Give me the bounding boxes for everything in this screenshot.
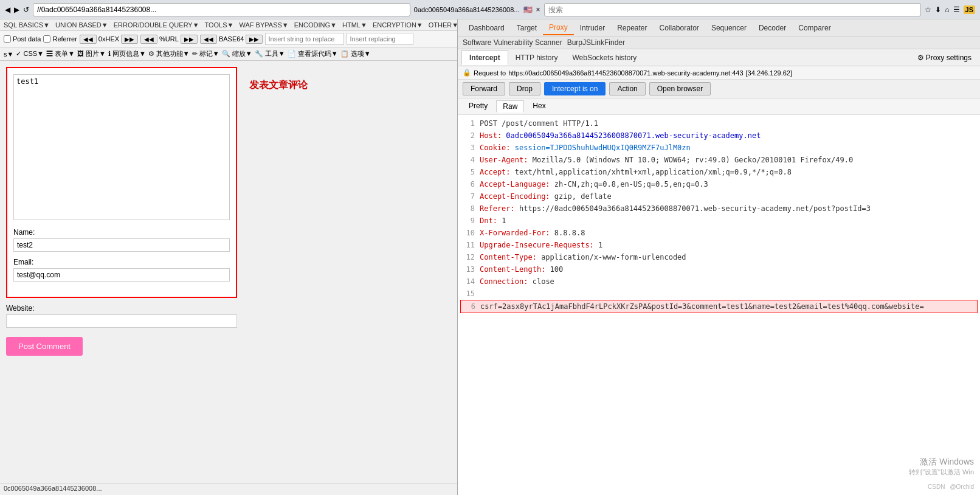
download-icon[interactable]: ⬇ [935, 5, 941, 14]
post-comment-btn[interactable]: Post Comment [6, 337, 83, 356]
url-decode-btn[interactable]: ▶▶ [181, 35, 198, 44]
reload-btn[interactable]: ↺ [23, 5, 29, 14]
tab-pretty[interactable]: Pretty [463, 100, 494, 112]
other-btn[interactable]: OTHER▼ [429, 21, 457, 29]
open-browser-btn[interactable]: Open browser [649, 82, 711, 95]
image-btn[interactable]: 🖼 图片▼ [77, 49, 106, 58]
post-data-checkbox[interactable] [4, 35, 11, 43]
nav-proxy[interactable]: Proxy [543, 21, 574, 35]
encoding-btn[interactable]: ENCODING▼ [294, 21, 337, 29]
star-icon[interactable]: ☆ [925, 5, 931, 14]
nav-repeater[interactable]: Repeater [611, 21, 653, 35]
windows-watermark-line1: 激活 Windows [909, 457, 974, 468]
css-btn[interactable]: ✓ CSS▼ [16, 50, 44, 58]
subtab-websockets[interactable]: WebSockets history [565, 51, 644, 64]
nav-dashboard[interactable]: Dashboard [463, 21, 511, 35]
action-btn[interactable]: Action [609, 82, 645, 95]
source-btn[interactable]: 📄 查看源代码▼ [288, 49, 338, 58]
mark-btn[interactable]: ✏ 标记▼ [192, 49, 219, 58]
req-line-10: 10 X-Forwarded-For: 8.8.8.8 [460, 227, 978, 239]
base64-label: BASE64 [219, 35, 244, 43]
back-btn[interactable]: ◀ [5, 5, 10, 14]
burp-subtabs: Intercept HTTP history WebSockets histor… [458, 49, 980, 66]
req-line-8: 8 Referer: https://0adc0065049a366a81445… [460, 202, 978, 215]
comment-textarea[interactable]: test1 [13, 74, 230, 220]
proxy-settings-btn[interactable]: ⚙ Proxy settings [913, 52, 976, 64]
request-body[interactable]: 1 POST /post/comment HTTP/1.1 2 Host: 0a… [458, 115, 980, 495]
req-line-7: 7 Accept-Encoding: gzip, deflate [460, 190, 978, 202]
email-label: Email: [13, 258, 230, 266]
union-based-btn[interactable]: UNION BASED▼ [55, 21, 108, 29]
html-btn[interactable]: HTML▼ [342, 21, 367, 29]
gear-icon: ⚙ [917, 54, 924, 62]
burp-nav: Dashboard Target Proxy Intruder Repeater… [458, 19, 980, 36]
burp-actions: Forward Drop Intercept is on Action Open… [458, 80, 980, 99]
main-container: SQL BASICS▼ UNION BASED▼ ERROR/DOUBLE QU… [0, 19, 980, 495]
tab-title: 0adc0065049a366a81445236008... [414, 6, 520, 13]
nav-collaborator[interactable]: Collaborator [654, 21, 705, 35]
link-finder-link[interactable]: BurpJSLinkFinder [567, 38, 625, 47]
hex-encode-btn[interactable]: ◀◀ [80, 35, 97, 44]
waf-bypass-btn[interactable]: WAF BYPASS▼ [240, 21, 289, 29]
options-btn[interactable]: 📋 选项▼ [340, 49, 371, 58]
home-icon[interactable]: ⌂ [945, 5, 949, 14]
publish-text-area: 发表文章评论 [249, 67, 308, 477]
req-line-5: 5 Accept: text/html,application/xhtml+xm… [460, 166, 978, 178]
hex-label: 0xHEX [98, 35, 119, 43]
forward-btn[interactable]: Forward [463, 82, 505, 95]
tab-raw[interactable]: Raw [496, 100, 524, 112]
website-input[interactable] [6, 314, 237, 328]
request-info: 🔒 Request to https://0adc0065049a366a814… [458, 66, 980, 80]
form-btn[interactable]: ☰ 表单▼ [46, 49, 75, 58]
url-label: %URL [159, 35, 179, 43]
referrer-checkbox[interactable] [43, 35, 50, 43]
comment-form: test1 Name: Email: [6, 67, 237, 298]
sql-basics-btn[interactable]: SQL BASICS▼ [4, 21, 50, 29]
name-input[interactable] [13, 238, 230, 252]
publish-text: 发表文章评论 [249, 79, 308, 92]
insert-replacing-input[interactable] [347, 33, 413, 45]
name-label: Name: [13, 228, 230, 237]
nav-sequencer[interactable]: Sequencer [705, 21, 753, 35]
base64-encode-btn[interactable]: ◀◀ [200, 35, 217, 44]
tools2-btn[interactable]: 🔧 工具▼ [255, 49, 285, 58]
url-input[interactable]: //0adc0065049a366a81445236008... [33, 3, 410, 16]
referrer-item: Referrer [43, 35, 77, 43]
req-line-6: 6 Accept-Language: zh-CN,zh;q=0.8,en-US;… [460, 178, 978, 190]
insert-string-input[interactable] [265, 33, 344, 45]
nav-intruder[interactable]: Intruder [574, 21, 611, 35]
url-encode-btn[interactable]: ◀◀ [140, 35, 157, 44]
drop-btn[interactable]: Drop [509, 82, 540, 95]
content-area: test1 Name: Email: Website: Post Comment… [0, 61, 457, 483]
tools-btn[interactable]: TOOLS▼ [204, 21, 233, 29]
search-input[interactable] [544, 3, 922, 16]
base64-item: ◀◀ BASE64 ▶▶ [200, 35, 263, 44]
req-line-12: 12 Content-Type: application/x-www-form-… [460, 251, 978, 263]
subtab-intercept[interactable]: Intercept [461, 50, 508, 65]
nav-comparer[interactable]: Comparer [792, 21, 837, 35]
nav-decoder[interactable]: Decoder [753, 21, 792, 35]
forward-btn[interactable]: ▶ [14, 5, 19, 14]
nav-target[interactable]: Target [511, 21, 543, 35]
req-line-15: 15 [460, 288, 978, 300]
info-btn[interactable]: ℹ 网页信息▼ [108, 49, 146, 58]
post-data-label: Post data [13, 35, 41, 43]
style-btn[interactable]: s▼ [4, 50, 13, 58]
subtab-http-history[interactable]: HTTP history [508, 51, 565, 64]
req-line-2: 2 Host: 0adc0065049a366a8144523600887007… [460, 130, 978, 142]
email-input[interactable] [13, 268, 230, 282]
url-item: ◀◀ %URL ▶▶ [140, 35, 198, 44]
tab-close-btn[interactable]: × [536, 5, 540, 14]
error-query-btn[interactable]: ERROR/DOUBLE QUERY▼ [114, 21, 199, 29]
scanner-link[interactable]: Software Vulnerability Scanner [463, 38, 562, 47]
other-func-btn[interactable]: ⚙ 其他功能▼ [148, 49, 190, 58]
encryption-btn[interactable]: ENCRYPTION▼ [373, 21, 423, 29]
intercept-btn[interactable]: Intercept is on [544, 82, 606, 95]
menu-icon[interactable]: ☰ [953, 5, 960, 14]
tab-hex[interactable]: Hex [526, 100, 551, 112]
lock-icon: 🔒 [463, 69, 471, 77]
zoom-btn[interactable]: 🔍 缩放▼ [222, 49, 252, 58]
base64-decode-btn[interactable]: ▶▶ [246, 35, 263, 44]
hex-decode-btn[interactable]: ▶▶ [121, 35, 138, 44]
hex-item: ◀◀ 0xHEX ▶▶ [80, 35, 138, 44]
